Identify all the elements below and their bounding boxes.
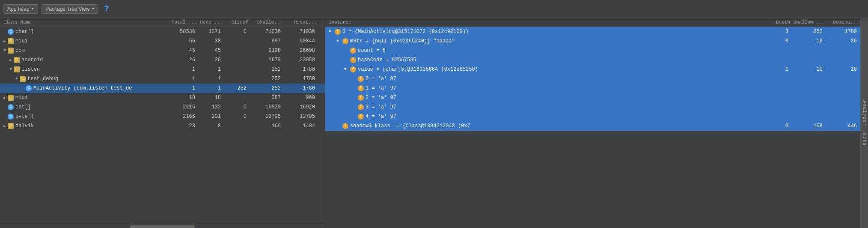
left-panel: Class Name Total ... Heap ... Sizeof Sha… — [0, 18, 325, 228]
domina-val: 446 — [826, 123, 860, 129]
right-expand-toggle[interactable]: ▼ — [344, 67, 350, 72]
heap-dropdown-label: App heap — [7, 6, 29, 12]
instance-text: value = {char[5]@316035664 (0x12d65250) — [358, 66, 478, 72]
col-heap-val: 1 — [197, 85, 223, 91]
right-expand-toggle[interactable]: ▼ — [336, 39, 342, 43]
col-shallow-val: 252 — [248, 66, 282, 72]
left-table-row[interactable]: ▶□miui1818267960 — [0, 93, 325, 102]
col-total-val: 1 — [167, 85, 197, 91]
class-name-label: int[] — [15, 104, 31, 110]
expand-toggle[interactable]: ▶ — [2, 39, 8, 44]
field-icon: f — [342, 38, 348, 44]
col-shallow-val: 252 — [248, 76, 282, 82]
right-table-row[interactable]: ▼fmStr = {null (0x12d65240)} "aaaaa"0162… — [325, 36, 868, 46]
class-name-label: listen — [21, 66, 40, 72]
instance-col: fcount = 5 — [325, 48, 758, 54]
col-heap-val: 45 — [197, 48, 223, 54]
col-shallow-val: 166 — [248, 123, 282, 129]
instance-col: ▼fmStr = {null (0x12d65240)} "aaaaa" — [325, 38, 758, 44]
package-icon: □ — [8, 95, 14, 101]
left-scrollbar[interactable] — [0, 225, 325, 228]
left-table-row[interactable]: Cchar[]58536137107103671036 — [0, 27, 325, 36]
class-name-label: char[] — [15, 29, 34, 35]
col-total-val: 45 — [167, 48, 197, 54]
col-total-val: 56 — [167, 38, 197, 44]
instance-col: ▼fvalue = {char[5]@316035664 (0x12d65250… — [325, 66, 758, 72]
right-table-row[interactable]: fshadow$_klass_ = {Class@1884212048 (0x7… — [325, 121, 868, 131]
col-header-total: Total ... — [169, 20, 199, 25]
right-table-row[interactable]: f3 = 'a' 97 — [325, 102, 868, 112]
help-button[interactable]: ? — [104, 4, 109, 14]
left-row-class-cell: ▼□com — [0, 48, 167, 54]
left-table-row[interactable]: ▼□test_debug112521780 — [0, 74, 325, 84]
expand-toggle[interactable]: ▼ — [8, 67, 14, 72]
col-total-val: 2166 — [167, 114, 197, 120]
left-table-row[interactable]: Cbyte[]216620101270512705 — [0, 112, 325, 121]
left-row-class-cell: Cbyte[] — [0, 114, 167, 120]
instance-col: ▼f0 = {MainActivity@315171072 (0x12c9210… — [325, 29, 758, 35]
instance-col: fshadow$_klass_ = {Class@1884212048 (0x7 — [325, 123, 758, 129]
instance-text: 2 = 'a' 97 — [366, 95, 396, 101]
left-table-row[interactable]: ▶□android2626167923958 — [0, 55, 325, 65]
expand-toggle[interactable]: ▼ — [14, 77, 20, 81]
col-shallow-val: 2198 — [248, 48, 282, 54]
left-row-class-cell: ▶□android — [0, 57, 167, 63]
right-table-row[interactable]: fhashCode = 92567585 — [325, 55, 868, 65]
expand-toggle[interactable]: ▼ — [2, 48, 8, 53]
class-c-icon: C — [8, 114, 14, 120]
col-header-depth: Depth — [758, 20, 792, 25]
class-c-icon: C — [26, 85, 32, 91]
col-sizeof-val: 252 — [223, 85, 248, 91]
expand-toggle[interactable]: ▶ — [2, 124, 8, 129]
expand-toggle[interactable]: ▶ — [8, 58, 14, 63]
class-name-label: com — [15, 48, 25, 54]
col-heap-val: 8 — [197, 123, 223, 129]
col-shallow-val: 1679 — [248, 57, 282, 63]
class-name-label: miui — [15, 38, 28, 44]
left-table-row[interactable]: ▼□listen112521780 — [0, 65, 325, 74]
col-header-heap: Heap ... — [199, 20, 224, 25]
left-table-row[interactable]: ▶□miui563899750844 — [0, 36, 325, 46]
col-sizeof-val: 0 — [223, 114, 248, 120]
instance-text: 0 = {MainActivity@315171072 (0x12c92100)… — [342, 29, 469, 35]
view-dropdown[interactable]: Package Tree View ▼ — [42, 4, 98, 14]
right-expand-toggle[interactable]: ▼ — [329, 30, 335, 34]
right-table-row[interactable]: f2 = 'a' 97 — [325, 93, 868, 102]
right-table-body: ▼f0 = {MainActivity@315171072 (0x12c9210… — [325, 27, 868, 228]
right-table-row[interactable]: f0 = 'a' 97 — [325, 74, 868, 84]
right-table-row[interactable]: ▼fvalue = {char[5]@316035664 (0x12d65250… — [325, 65, 868, 74]
col-retain-val: 26698 — [282, 48, 317, 54]
domina-val: 1780 — [826, 29, 860, 35]
expand-toggle[interactable]: ▶ — [2, 96, 8, 100]
right-table-row[interactable]: f1 = 'a' 97 — [325, 84, 868, 93]
package-icon: □ — [8, 48, 14, 54]
left-table-header: Class Name Total ... Heap ... Sizeof Sha… — [0, 18, 325, 27]
field-icon: f — [358, 95, 364, 101]
col-shallow-val: 267 — [248, 95, 282, 101]
col-retain-val: 16920 — [282, 104, 317, 110]
col-heap-val: 26 — [197, 57, 223, 63]
analyzer-tasks-sidebar[interactable]: Analyzer Tasks — [860, 18, 868, 228]
col-shallow-val: 252 — [248, 85, 282, 91]
right-table-row[interactable]: f4 = 'a' 97 — [325, 112, 868, 121]
class-name-label: byte[] — [15, 114, 34, 120]
package-icon: □ — [14, 57, 20, 63]
field-icon: f — [350, 66, 356, 72]
instance-text: mStr = {null (0x12d65240)} "aaaaa" — [350, 38, 455, 44]
package-icon: □ — [8, 123, 14, 129]
instance-col: fhashCode = 92567585 — [325, 57, 758, 63]
view-dropdown-label: Package Tree View — [45, 6, 89, 12]
left-table-row[interactable]: ▼□com4545219826698 — [0, 46, 325, 55]
left-table-row[interactable]: ▶□dalvik2381661484 — [0, 121, 325, 131]
left-table-row[interactable]: Cint[]221513201692016920 — [0, 102, 325, 112]
heap-dropdown[interactable]: App heap ▼ — [3, 4, 38, 14]
left-table-row[interactable]: CMainActivity (com.listen.test_de1125225… — [0, 84, 325, 93]
col-retain-val: 50844 — [282, 38, 317, 44]
class-name-label: miui — [15, 95, 28, 101]
col-shallow-val: 16920 — [248, 104, 282, 110]
col-retain-val: 23958 — [282, 57, 317, 63]
instance-text: 0 = 'a' 97 — [366, 76, 396, 82]
right-table-row[interactable]: ▼f0 = {MainActivity@315171072 (0x12c9210… — [325, 27, 868, 36]
right-table-row[interactable]: fcount = 5 — [325, 46, 868, 55]
instance-col: f4 = 'a' 97 — [325, 114, 758, 120]
